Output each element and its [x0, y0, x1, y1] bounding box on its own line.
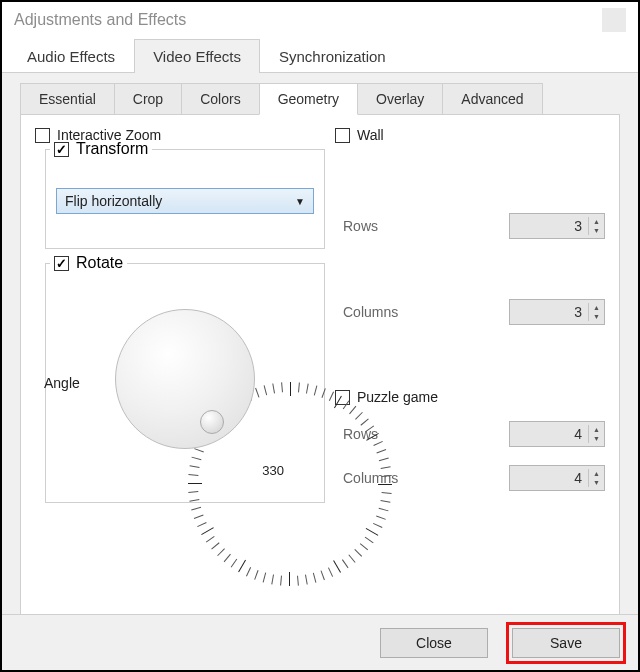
transform-dropdown[interactable]: Flip horizontally ▼	[56, 188, 314, 214]
dial-tick	[217, 548, 225, 556]
transform-checkbox[interactable]	[54, 142, 69, 157]
dial-tick	[254, 570, 258, 580]
dial-tick	[263, 573, 267, 583]
dial-tick	[194, 448, 204, 452]
dial-tick	[224, 554, 231, 562]
dial-tick	[191, 457, 201, 461]
dial-tick	[201, 527, 214, 535]
rotate-checkbox[interactable]	[54, 256, 69, 271]
dial-tick	[306, 384, 309, 394]
save-button[interactable]: Save	[512, 628, 620, 658]
chevron-down-icon: ▼	[295, 196, 305, 207]
tab-essential[interactable]: Essential	[20, 83, 115, 114]
dial-tick	[297, 576, 299, 586]
dial-tick	[280, 576, 282, 586]
chevron-down-icon[interactable]: ▼	[589, 434, 604, 443]
dial-tick	[321, 570, 325, 580]
puzzle-cols-stepper[interactable]: ▲▼	[509, 465, 605, 491]
wall-cols-stepper[interactable]: ▲▼	[509, 299, 605, 325]
puzzle-group: Puzzle game Rows ▲▼ Columns	[335, 389, 605, 491]
tab-video-effects[interactable]: Video Effects	[134, 39, 260, 73]
wall-rows-stepper[interactable]: ▲▼	[509, 213, 605, 239]
titlebar: Adjustments and Effects	[2, 2, 638, 38]
wall-checkbox[interactable]	[335, 128, 350, 143]
dial-tick	[271, 574, 274, 584]
adjustments-effects-dialog: Adjustments and Effects Audio Effects Vi…	[0, 0, 640, 672]
dial-tick	[378, 484, 392, 485]
dial-tick	[189, 499, 199, 502]
dial-tick	[188, 491, 198, 493]
puzzle-cols-input[interactable]	[510, 466, 588, 490]
chevron-down-icon[interactable]: ▼	[589, 312, 604, 321]
dial-tick	[272, 383, 275, 393]
dial-tick	[206, 536, 215, 543]
chevron-up-icon[interactable]: ▲	[589, 303, 604, 312]
window-title: Adjustments and Effects	[14, 11, 186, 29]
transform-group: Transform Flip horizontally ▼	[45, 149, 325, 249]
dial-tick	[211, 542, 219, 549]
top-tab-bar: Audio Effects Video Effects Synchronizat…	[2, 38, 638, 73]
dial-tick	[194, 515, 204, 519]
transform-label: Transform	[76, 140, 148, 158]
dial-tick	[188, 474, 198, 476]
tab-advanced[interactable]: Advanced	[442, 83, 542, 114]
close-icon[interactable]	[602, 8, 626, 32]
dial-tick	[290, 382, 291, 396]
rotate-group: Rotate Angle 330	[45, 263, 325, 503]
chevron-up-icon[interactable]: ▲	[589, 469, 604, 478]
wall-cols-input[interactable]	[510, 300, 588, 324]
tab-overlay[interactable]: Overlay	[357, 83, 443, 114]
wall-group: Wall Rows ▲▼ Columns	[335, 127, 605, 367]
dial-knob-icon	[200, 410, 224, 434]
dial-tick	[264, 385, 268, 395]
dial-tick	[328, 567, 333, 576]
tab-geometry[interactable]: Geometry	[259, 83, 358, 115]
dial-tick	[197, 522, 206, 527]
dial-tick	[246, 567, 251, 576]
tab-crop[interactable]: Crop	[114, 83, 182, 114]
save-highlight: Save	[506, 622, 626, 664]
dial-tick	[313, 573, 317, 583]
chevron-down-icon[interactable]: ▼	[589, 226, 604, 235]
dial-tick	[191, 507, 201, 511]
dial-tick	[305, 575, 308, 585]
dial-tick	[321, 388, 325, 398]
video-effects-sub-tabs: Essential Crop Colors Geometry Overlay A…	[20, 83, 620, 115]
chevron-up-icon[interactable]: ▲	[589, 217, 604, 226]
dial-tick	[329, 392, 334, 401]
tab-colors[interactable]: Colors	[181, 83, 259, 114]
dial-tick	[190, 465, 200, 468]
wall-rows-input[interactable]	[510, 214, 588, 238]
dial-tick	[188, 483, 202, 484]
puzzle-rows-input[interactable]	[510, 422, 588, 446]
wall-label: Wall	[357, 127, 384, 143]
chevron-up-icon[interactable]: ▲	[589, 425, 604, 434]
dial-tick-label: 330	[262, 463, 284, 478]
rotate-dial[interactable]	[115, 309, 255, 449]
wall-rows-label: Rows	[343, 218, 378, 234]
puzzle-label: Puzzle game	[357, 389, 438, 405]
dial-tick	[298, 382, 300, 392]
dial-tick	[238, 560, 246, 573]
puzzle-rows-stepper[interactable]: ▲▼	[509, 421, 605, 447]
angle-label: Angle	[44, 375, 80, 391]
dial-tick	[281, 382, 283, 392]
chevron-down-icon[interactable]: ▼	[589, 478, 604, 487]
dial-tick	[231, 559, 238, 568]
tab-synchronization[interactable]: Synchronization	[260, 39, 405, 73]
dial-tick	[255, 388, 259, 398]
close-button[interactable]: Close	[380, 628, 488, 658]
rotate-label: Rotate	[76, 254, 123, 272]
dial-tick	[314, 385, 318, 395]
dial-tick	[289, 572, 290, 586]
tab-audio-effects[interactable]: Audio Effects	[8, 39, 134, 73]
puzzle-rows-label: Rows	[343, 426, 378, 442]
transform-dropdown-value: Flip horizontally	[65, 193, 162, 209]
dialog-footer: Close Save	[2, 614, 638, 670]
interactive-zoom-checkbox[interactable]	[35, 128, 50, 143]
geometry-panel: Interactive Zoom Transform Flip horizont…	[20, 115, 620, 615]
wall-cols-label: Columns	[343, 304, 398, 320]
